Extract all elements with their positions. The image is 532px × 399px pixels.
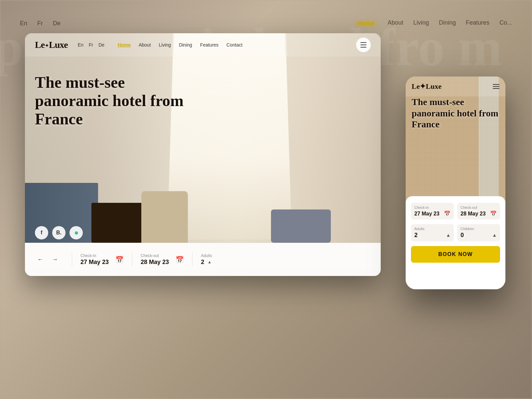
mobile-checkout-field: Check-out 28 May 23 📅	[457, 203, 500, 219]
mobile-dates-row: Check-in 27 May 23 📅 Check-out 28 May 23…	[411, 203, 500, 219]
mobile-hero-bg: Le✦Luxe The must-see panoramic hotel fro…	[406, 76, 505, 203]
mobile-children-label: Children	[461, 227, 497, 231]
mobile-logo: Le✦Luxe	[412, 82, 442, 91]
mobile-children-value-row: 0 ▲	[461, 232, 497, 239]
next-arrow-button[interactable]: →	[50, 254, 60, 265]
mobile-children-value: 0	[461, 232, 464, 239]
tripadvisor-icon-btn[interactable]: ⊕	[69, 226, 83, 239]
mobile-children-field: Children 0 ▲	[457, 224, 500, 241]
mobile-checkout-value-row: 28 May 23 📅	[461, 210, 497, 217]
bg-nav-links: Home About Living Dining Features Co...	[354, 19, 512, 28]
mobile-mockup: Le✦Luxe The must-see panoramic hotel fro…	[406, 76, 505, 289]
checkout-calendar-icon[interactable]: 📅	[176, 256, 184, 264]
mobile-adults-value-row: 2 ▲	[414, 232, 451, 239]
book-now-button[interactable]: BOOK NOW	[411, 246, 500, 263]
mobile-hamburger-line-2	[493, 86, 499, 87]
mobile-checkin-field: Check-in 27 May 23 📅	[411, 203, 454, 219]
bg-lang-de: De	[53, 20, 61, 27]
mobile-navbar: Le✦Luxe	[406, 76, 505, 96]
bg-nav-features: Features	[466, 19, 489, 28]
adults-chevron-up[interactable]: ▲	[207, 260, 211, 265]
sofa-furniture	[271, 209, 331, 243]
desktop-nav-contact[interactable]: Contact	[226, 42, 242, 48]
desktop-nav-home[interactable]: Home	[118, 42, 131, 48]
desktop-hero-text: The must-see panoramic hotel from France	[35, 73, 201, 128]
bg-nav-langs: En Fr De	[20, 20, 61, 27]
adults-label: Adults	[201, 253, 371, 258]
desktop-lang-en[interactable]: En	[78, 42, 83, 48]
mobile-checkin-value: 27 May 23	[414, 211, 440, 217]
bg-nav-dining: Dining	[439, 19, 456, 28]
mobile-adults-value: 2	[414, 232, 418, 239]
desktop-nav-living[interactable]: Living	[159, 42, 171, 48]
desktop-logo: LeLuxe	[35, 40, 68, 50]
mobile-checkout-value: 28 May 23	[461, 211, 486, 217]
divider-2	[132, 253, 132, 266]
desktop-nav-dining[interactable]: Dining	[179, 42, 192, 48]
desktop-navbar: LeLuxe En Fr De Home About Living Dining…	[25, 33, 381, 57]
bg-lang-fr: Fr	[37, 20, 43, 27]
hamburger-line-1	[360, 42, 366, 43]
mobile-checkin-label: Check-in	[414, 205, 451, 209]
mobile-adults-chevron-up[interactable]: ▲	[446, 233, 451, 238]
checkin-calendar-icon[interactable]: 📅	[115, 256, 124, 264]
bg-nav-home: Home	[354, 19, 378, 28]
facebook-icon-btn[interactable]: f	[35, 226, 48, 239]
checkout-label: Check-out	[141, 253, 169, 258]
adults-row: 2 ▲	[201, 259, 371, 266]
tripadvisor-icon: ⊕	[74, 230, 78, 235]
social-icons: f B. ⊕	[35, 226, 83, 239]
desktop-nav-langs: En Fr De	[78, 42, 104, 48]
mobile-adults-field: Adults 2 ▲	[411, 224, 454, 241]
mobile-checkin-value-row: 27 May 23 📅	[414, 210, 451, 217]
mobile-children-chevron-up[interactable]: ▲	[492, 233, 497, 238]
desktop-checkout-field: Check-out 28 May 23	[141, 253, 169, 266]
desktop-nav-about[interactable]: About	[139, 42, 151, 48]
desktop-lang-fr[interactable]: Fr	[89, 42, 93, 48]
desktop-adults-field: Adults 2 ▲	[201, 253, 371, 266]
divider-3	[192, 253, 193, 266]
desktop-hero-title: The must-see panoramic hotel from France	[35, 73, 201, 128]
desktop-nav-links: Home About Living Dining Features Contac…	[118, 42, 356, 48]
background-nav: En Fr De Home About Living Dining Featur…	[0, 13, 532, 33]
bg-nav-about: About	[388, 19, 403, 28]
bg-nav-living: Living	[413, 19, 429, 28]
adults-value: 2	[201, 259, 204, 266]
hamburger-line-3	[360, 47, 366, 48]
desktop-checkin-field: Check-in 27 May 23	[80, 253, 109, 266]
booking-icon-btn[interactable]: B.	[52, 226, 66, 239]
mobile-checkout-calendar-icon[interactable]: 📅	[490, 210, 497, 217]
chair-furniture	[141, 191, 188, 244]
hamburger-line-2	[360, 45, 366, 45]
desktop-hero-bg: LeLuxe En Fr De Home About Living Dining…	[25, 33, 381, 276]
hamburger-button[interactable]	[356, 38, 371, 52]
desktop-nav-features[interactable]: Features	[200, 42, 218, 48]
mobile-hero-title: The must-see panoramic hotel from France	[412, 96, 499, 130]
mobile-hamburger-line-3	[493, 88, 499, 89]
mobile-booking-panel: Check-in 27 May 23 📅 Check-out 28 May 23…	[406, 196, 505, 289]
desktop-mockup: LeLuxe En Fr De Home About Living Dining…	[25, 33, 381, 276]
mobile-hamburger-button[interactable]	[493, 84, 499, 89]
desktop-booking-bar: ← → Check-in 27 May 23 📅 Check-out 28 Ma…	[25, 243, 381, 276]
mobile-checkout-label: Check-out	[461, 205, 497, 209]
checkout-value: 28 May 23	[141, 259, 169, 266]
divider-1	[72, 253, 72, 266]
mobile-adults-label: Adults	[414, 227, 451, 231]
nav-arrows: ← →	[35, 254, 60, 265]
bg-nav-co: Co...	[499, 19, 512, 28]
prev-arrow-button[interactable]: ←	[35, 254, 46, 265]
mobile-hero-text: The must-see panoramic hotel from France	[412, 96, 499, 130]
checkin-label: Check-in	[80, 253, 109, 258]
logo-star-icon	[45, 40, 49, 50]
mobile-hamburger-line-1	[493, 84, 499, 85]
mobile-guests-row: Adults 2 ▲ Children 0 ▲	[411, 224, 500, 241]
checkin-value: 27 May 23	[80, 259, 109, 266]
desktop-lang-de[interactable]: De	[98, 42, 104, 48]
bg-lang-en: En	[20, 20, 27, 27]
mobile-checkin-calendar-icon[interactable]: 📅	[444, 210, 451, 217]
